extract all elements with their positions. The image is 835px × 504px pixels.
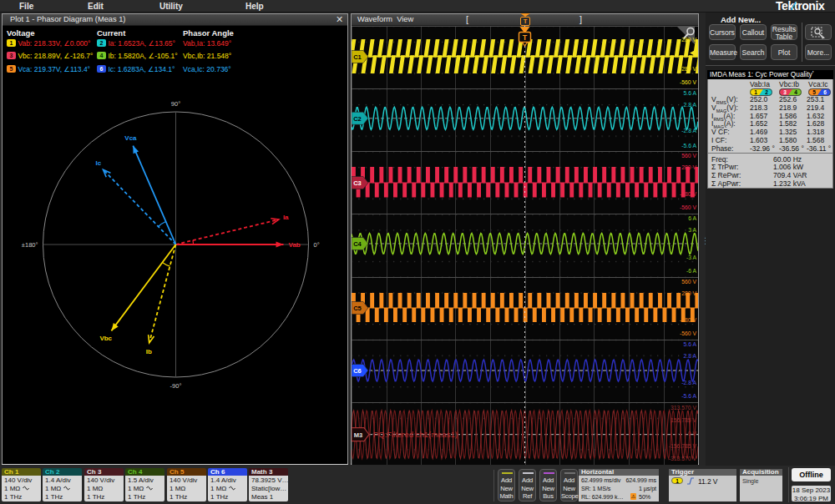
- svg-text:156.785 V: 156.785 V: [671, 417, 696, 423]
- svg-text:±180°: ±180°: [22, 241, 38, 249]
- svg-text:280 V: 280 V: [681, 164, 696, 170]
- svg-text:280 V: 280 V: [681, 37, 696, 43]
- svg-text:Vab: Vab: [289, 241, 301, 249]
- svg-text:560 V: 560 V: [681, 279, 696, 285]
- svg-text:5.6 A: 5.6 A: [684, 90, 697, 96]
- svg-text:Vbc: Vbc: [99, 335, 112, 342]
- svg-text:-2.8 A: -2.8 A: [681, 128, 696, 134]
- svg-text:-560 V: -560 V: [680, 79, 696, 85]
- svg-text:-156.785 V: -156.785 V: [669, 443, 697, 449]
- svg-text:Vca: Vca: [124, 134, 137, 142]
- svg-text:PQ:Filtered ch1(meas1): PQ:Filtered ch1(meas1): [373, 430, 458, 439]
- svg-text:3 A: 3 A: [688, 227, 696, 233]
- svg-text:-560 V: -560 V: [680, 204, 696, 210]
- svg-text:560 V: 560 V: [681, 153, 696, 159]
- svg-text:-5.6 A: -5.6 A: [681, 143, 696, 149]
- svg-text:0°: 0°: [314, 241, 320, 249]
- svg-text:C2: C2: [353, 115, 362, 123]
- svg-text:-280 V: -280 V: [680, 317, 696, 323]
- svg-text:-2.8 A: -2.8 A: [681, 380, 696, 386]
- svg-text:-6 A: -6 A: [686, 268, 697, 274]
- svg-text:C3: C3: [353, 179, 362, 187]
- svg-text:-313.570 V: -313.570 V: [669, 456, 697, 461]
- svg-text:-280 V: -280 V: [680, 66, 696, 72]
- svg-text:Ib: Ib: [146, 348, 152, 355]
- svg-text:C4: C4: [353, 240, 362, 248]
- svg-text:-280 V: -280 V: [680, 191, 696, 197]
- svg-text:2.8 A: 2.8 A: [684, 102, 697, 108]
- svg-text:313.570 V: 313.570 V: [671, 405, 696, 411]
- svg-text:0 V: 0 V: [688, 431, 697, 436]
- svg-text:T: T: [523, 33, 528, 42]
- svg-text:90°: 90°: [171, 100, 180, 108]
- svg-text:-90°: -90°: [170, 382, 182, 390]
- svg-text:C5: C5: [353, 305, 362, 312]
- svg-text:M3: M3: [354, 431, 362, 439]
- svg-text:-3 A: -3 A: [686, 255, 697, 260]
- svg-text:C6: C6: [353, 367, 362, 375]
- svg-text:Ia: Ia: [283, 214, 289, 221]
- svg-text:280 V: 280 V: [681, 290, 696, 296]
- svg-text:6 A: 6 A: [688, 215, 696, 221]
- svg-text:-560 V: -560 V: [680, 330, 696, 336]
- svg-text:Ic: Ic: [96, 159, 102, 167]
- svg-text:C1: C1: [353, 53, 362, 61]
- svg-text:5.6 A: 5.6 A: [684, 341, 697, 347]
- svg-text:-5.6 A: -5.6 A: [681, 393, 696, 399]
- svg-text:2.8 A: 2.8 A: [684, 353, 697, 359]
